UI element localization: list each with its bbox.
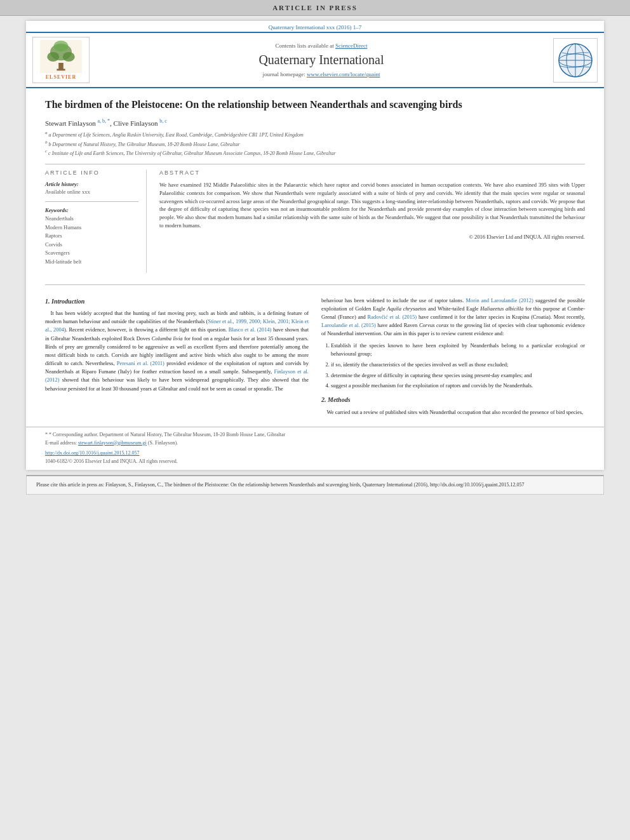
keyword-4: Corvids (45, 241, 138, 250)
intro-para1: It has been widely accepted that the hun… (45, 309, 309, 393)
article-info-header: ARTICLE INFO (45, 170, 138, 176)
keyword-6: Mid-latitude belt (45, 258, 138, 267)
intro-section-label: Introduction (51, 298, 84, 305)
aip-banner-text: ARTICLE IN PRESS (272, 4, 358, 11)
journal-name: Quaternary International (96, 53, 547, 67)
body-content: 1. Introduction It has been widely accep… (26, 290, 604, 427)
aim-text-2: if so, identify the characteristics of t… (331, 361, 508, 368)
history-value: Available online xxx (45, 189, 138, 195)
aim-item-3: determine the degree of difficulty in ca… (331, 371, 585, 380)
elsevier-logo: ELSEVIER (32, 37, 90, 83)
footnote-star-text: * Corresponding author. Department of Na… (49, 432, 285, 437)
svg-point-2 (47, 52, 59, 62)
footnote-star: * (45, 432, 48, 437)
homepage-link[interactable]: www.elsevier.com/locate/quaint (307, 71, 380, 77)
ref-peresani[interactable]: Peresani et al. (2011) (117, 360, 164, 366)
homepage-line: journal homepage: www.elsevier.com/locat… (96, 71, 547, 77)
affil-b: b Department of Natural History, The Gib… (49, 141, 240, 147)
aim-list: Establish if the species known to have b… (331, 342, 585, 390)
methods-text: We carried out a review of published sit… (327, 409, 584, 415)
footnote-email-label: E-mail address: (45, 440, 78, 446)
main-content: The birdmen of the Pleistocene: On the r… (26, 88, 604, 279)
affil-sup-b: b (45, 140, 48, 145)
affil-sup-c: c (45, 149, 47, 154)
keyword-1: Neanderthals (45, 215, 138, 223)
copyright-line: © 2016 Elsevier Ltd and INQUA. All right… (159, 234, 585, 240)
history-label: Article history: (45, 181, 138, 187)
bottom-citation-bar: Please cite this article in press as: Fi… (26, 475, 604, 495)
aim-text-1: Establish if the species known to have b… (331, 342, 585, 357)
keywords-list: Neanderthals Modern Humans Raptors Corvi… (45, 215, 138, 267)
article-info-col: ARTICLE INFO Article history: Available … (45, 170, 147, 273)
contents-line: Contents lists available at ScienceDirec… (96, 43, 547, 49)
journal-header: ELSEVIER Contents lists available at Sci… (26, 32, 604, 88)
keyword-5: Scavengers (45, 249, 138, 258)
elsevier-tree-icon (39, 40, 83, 73)
ref-radovcic[interactable]: Radovčić et al. (2015) (368, 314, 417, 320)
page-wrapper: Quaternary International xxx (2016) 1–7 … (26, 21, 604, 470)
abstract-header: ABSTRACT (159, 170, 585, 176)
affil-a: a Department of Life Sciences, Anglia Ru… (49, 132, 304, 138)
authors: Stewart Finlayson a, b, *, Clive Finlays… (45, 118, 585, 127)
intro-para-right: behaviour has been widened to include th… (321, 297, 585, 338)
intro-section-title: 1. Introduction (45, 297, 309, 307)
affil-sup-a: a (45, 130, 48, 135)
methods-para1: We carried out a review of published sit… (321, 408, 585, 417)
intro-section-number: 1. (45, 298, 50, 305)
keyword-2: Modern Humans (45, 223, 138, 232)
affiliations: a a Department of Life Sciences, Anglia … (45, 130, 585, 157)
author-sup-b: b, c (159, 118, 167, 124)
body-right: behaviour has been widened to include th… (321, 297, 585, 420)
aim-item-1: Establish if the species known to have b… (331, 342, 585, 358)
journal-citation: Quaternary International xxx (2016) 1–7 (26, 21, 604, 32)
aim-text-4: suggest a possible mechanism for the exp… (331, 382, 533, 389)
svg-point-3 (63, 52, 75, 62)
author-sup-a: a, b, * (98, 118, 111, 124)
keywords-label: Keywords: (45, 207, 138, 213)
aim-item-2: if so, identify the characteristics of t… (331, 361, 585, 369)
ref-morin[interactable]: Morin and Laroulandie (2012) (466, 297, 533, 303)
keywords-section: Keywords: Neanderthals Modern Humans Rap… (45, 207, 138, 267)
article-info-abstract: ARTICLE INFO Article history: Available … (45, 170, 585, 273)
aip-banner: ARTICLE IN PRESS (0, 0, 630, 16)
abstract-text: We have examined 192 Middle Palaeolithic… (159, 181, 585, 230)
ref-laroulandie[interactable]: Laroulandie et al. (2015) (321, 322, 376, 328)
body-two-col: 1. Introduction It has been widely accep… (45, 297, 585, 420)
journal-logo-right (553, 38, 598, 83)
issn-line: 1040-6182/© 2016 Elsevier Ltd and INQUA.… (45, 458, 585, 466)
footnote-email-suffix: (S. Finlayson). (148, 440, 178, 446)
divider-1 (45, 164, 585, 164)
svg-rect-6 (57, 69, 65, 70)
journal-center: Contents lists available at ScienceDirec… (96, 43, 547, 77)
journal-cite-text: Quaternary International xxx (2016) 1–7 (269, 24, 361, 30)
affil-c: c Institute of Life and Earth Sciences, … (48, 150, 336, 156)
sciencedirect-link[interactable]: ScienceDirect (335, 43, 367, 49)
bottom-citation-text: Please cite this article in press as: Fi… (36, 482, 524, 488)
methods-section-label: Methods (328, 396, 351, 403)
ref-blasco[interactable]: Blasco et al. (2014) (229, 326, 272, 333)
aim-item-4: suggest a possible mechanism for the exp… (331, 382, 585, 390)
contents-text: Contents lists available at (276, 43, 335, 49)
footnote-email-link[interactable]: stewart.finlayson@gibmuseum.gi (78, 440, 147, 446)
article-history-section: Article history: Available online xxx (45, 181, 138, 195)
elsevier-label: ELSEVIER (46, 74, 76, 80)
abstract-col: ABSTRACT We have examined 192 Middle Pal… (159, 170, 585, 273)
main-divider (45, 284, 585, 285)
keyword-3: Raptors (45, 232, 138, 241)
svg-point-4 (54, 41, 69, 51)
footnote-email-line: E-mail address: stewart.finlayson@gibmus… (45, 439, 585, 448)
body-left: 1. Introduction It has been widely accep… (45, 297, 309, 420)
footnote-star-note: * * Corresponding author. Department of … (45, 431, 585, 439)
footnote-area: * * Corresponding author. Department of … (26, 427, 604, 470)
globe-icon (557, 42, 594, 79)
aim-text-3: determine the degree of difficulty in ca… (331, 372, 532, 378)
homepage-text: journal homepage: (263, 71, 307, 77)
doi-line: http://dx.doi.org/10.1016/j.quaint.2015.… (45, 450, 585, 458)
doi-link[interactable]: http://dx.doi.org/10.1016/j.quaint.2015.… (45, 450, 140, 456)
article-title: The birdmen of the Pleistocene: On the r… (45, 98, 585, 112)
ref-finlayson2012[interactable]: Finlayson et al. (2012) (45, 368, 309, 383)
divider-info (45, 201, 138, 202)
methods-section-title: 2. Methods (321, 395, 585, 405)
methods-section-number: 2. (321, 396, 326, 403)
